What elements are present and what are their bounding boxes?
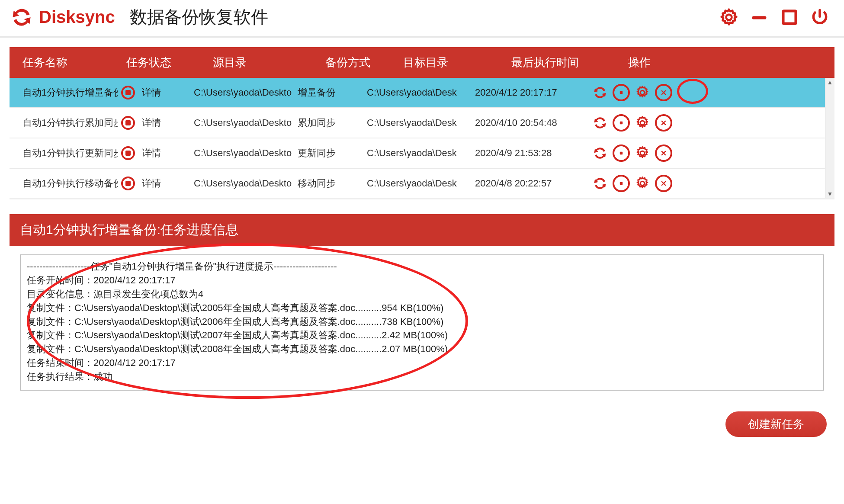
task-method: 累加同步 bbox=[298, 116, 367, 129]
task-name: 自动1分钟执行移动备份 bbox=[22, 177, 118, 190]
progress-panel: 自动1分钟执行增量备份:任务进度信息 --------------------任… bbox=[10, 214, 834, 397]
task-row[interactable]: 自动1分钟执行更新同步详情C:\Users\yaoda\Deskto更新同步C:… bbox=[10, 138, 834, 168]
task-rows-wrap: 自动1分钟执行增量备份详情C:\Users\yaoda\Deskto增量备份C:… bbox=[10, 78, 834, 199]
op-sync-icon[interactable] bbox=[592, 175, 608, 192]
task-source: C:\Users\yaoda\Deskto bbox=[194, 87, 298, 98]
task-name-cell: 自动1分钟执行移动备份 bbox=[22, 177, 142, 190]
task-name: 自动1分钟执行增量备份 bbox=[22, 86, 118, 99]
col-ops: 操作 bbox=[628, 55, 822, 70]
bottom-bar: 创建新任务 bbox=[0, 401, 844, 450]
op-delete-icon[interactable] bbox=[655, 175, 672, 192]
op-delete-icon[interactable] bbox=[655, 144, 672, 162]
op-delete-icon[interactable] bbox=[655, 84, 672, 101]
task-name: 自动1分钟执行更新同步 bbox=[22, 147, 118, 160]
task-method: 增量备份 bbox=[298, 86, 367, 99]
task-ops bbox=[592, 175, 822, 192]
task-last-run: 2020/4/8 20:22:57 bbox=[475, 178, 592, 189]
task-source: C:\Users\yaoda\Deskto bbox=[194, 178, 298, 189]
op-sync-icon[interactable] bbox=[592, 115, 608, 131]
task-target: C:\Users\yaoda\Desk bbox=[367, 87, 475, 98]
task-target: C:\Users\yaoda\Desk bbox=[367, 117, 475, 128]
task-ops bbox=[592, 144, 822, 162]
task-target: C:\Users\yaoda\Desk bbox=[367, 178, 475, 189]
task-status[interactable]: 详情 bbox=[142, 116, 194, 129]
col-status: 任务状态 bbox=[126, 55, 213, 70]
maximize-icon[interactable] bbox=[780, 8, 799, 27]
task-name-cell: 自动1分钟执行累加同步备 bbox=[22, 116, 142, 130]
new-task-button[interactable]: 创建新任务 bbox=[725, 411, 827, 437]
scrollbar[interactable]: ▲ ▼ bbox=[825, 78, 834, 198]
task-status[interactable]: 详情 bbox=[142, 177, 194, 190]
task-name-cell: 自动1分钟执行增量备份 bbox=[22, 86, 142, 100]
op-stop-icon[interactable] bbox=[613, 175, 630, 192]
scroll-down-icon[interactable]: ▼ bbox=[825, 189, 834, 198]
status-stop-icon[interactable] bbox=[121, 177, 135, 190]
task-name: 自动1分钟执行累加同步备 bbox=[22, 116, 118, 129]
settings-icon[interactable] bbox=[719, 8, 738, 27]
col-name: 任务名称 bbox=[22, 55, 126, 70]
task-ops bbox=[592, 114, 822, 132]
op-sync-icon[interactable] bbox=[592, 84, 608, 101]
task-header: 任务名称 任务状态 源目录 备份方式 目标目录 最后执行时间 操作 bbox=[10, 47, 834, 78]
minimize-icon[interactable] bbox=[750, 8, 769, 27]
task-rows: 自动1分钟执行增量备份详情C:\Users\yaoda\Deskto增量备份C:… bbox=[10, 78, 834, 198]
task-last-run: 2020/4/12 20:17:17 bbox=[475, 87, 592, 98]
op-settings-icon[interactable] bbox=[634, 84, 651, 101]
brand-text: Disksync bbox=[39, 7, 115, 27]
op-stop-icon[interactable] bbox=[613, 144, 630, 162]
task-status[interactable]: 详情 bbox=[142, 86, 194, 99]
op-sync-icon[interactable] bbox=[592, 145, 608, 161]
app-title: 数据备份恢复软件 bbox=[130, 5, 268, 29]
task-last-run: 2020/4/9 21:53:28 bbox=[475, 148, 592, 159]
status-stop-icon[interactable] bbox=[121, 86, 135, 100]
op-delete-icon[interactable] bbox=[655, 114, 672, 132]
task-panel: 任务名称 任务状态 源目录 备份方式 目标目录 最后执行时间 操作 自动1分钟执… bbox=[0, 38, 844, 204]
task-row[interactable]: 自动1分钟执行移动备份详情C:\Users\yaoda\Deskto移动同步C:… bbox=[10, 168, 834, 198]
col-last-run: 最后执行时间 bbox=[511, 55, 628, 70]
progress-log: --------------------任务"自动1分钟执行增量备份"执行进度提… bbox=[20, 254, 824, 391]
task-last-run: 2020/4/10 20:54:48 bbox=[475, 117, 592, 128]
task-source: C:\Users\yaoda\Deskto bbox=[194, 117, 298, 128]
op-settings-icon[interactable] bbox=[634, 145, 651, 161]
svg-rect-2 bbox=[783, 11, 796, 23]
col-method: 备份方式 bbox=[325, 55, 403, 70]
task-name-cell: 自动1分钟执行更新同步 bbox=[22, 146, 142, 160]
op-stop-icon[interactable] bbox=[613, 114, 630, 132]
task-status[interactable]: 详情 bbox=[142, 147, 194, 160]
task-method: 移动同步 bbox=[298, 177, 367, 190]
task-method: 更新同步 bbox=[298, 147, 367, 160]
title-actions bbox=[719, 8, 834, 27]
titlebar: Disksync 数据备份恢复软件 bbox=[0, 0, 844, 38]
progress-body: --------------------任务"自动1分钟执行增量备份"执行进度提… bbox=[10, 246, 834, 397]
status-stop-icon[interactable] bbox=[121, 146, 135, 160]
task-row[interactable]: 自动1分钟执行增量备份详情C:\Users\yaoda\Deskto增量备份C:… bbox=[10, 78, 834, 107]
task-target: C:\Users\yaoda\Desk bbox=[367, 148, 475, 159]
col-source: 源目录 bbox=[213, 55, 325, 70]
status-stop-icon[interactable] bbox=[121, 116, 135, 130]
task-ops bbox=[592, 84, 822, 101]
app-logo-icon bbox=[10, 6, 33, 29]
task-row[interactable]: 自动1分钟执行累加同步备详情C:\Users\yaoda\Deskto累加同步C… bbox=[10, 107, 834, 138]
logo-block: Disksync 数据备份恢复软件 bbox=[10, 5, 268, 29]
task-source: C:\Users\yaoda\Deskto bbox=[194, 148, 298, 159]
power-icon[interactable] bbox=[810, 8, 829, 27]
op-settings-icon[interactable] bbox=[634, 115, 651, 131]
col-target: 目标目录 bbox=[403, 55, 511, 70]
scroll-up-icon[interactable]: ▲ bbox=[825, 78, 834, 87]
op-stop-icon[interactable] bbox=[613, 84, 630, 101]
op-settings-icon[interactable] bbox=[634, 175, 651, 192]
svg-rect-1 bbox=[752, 16, 767, 19]
progress-title: 自动1分钟执行增量备份:任务进度信息 bbox=[10, 214, 834, 246]
